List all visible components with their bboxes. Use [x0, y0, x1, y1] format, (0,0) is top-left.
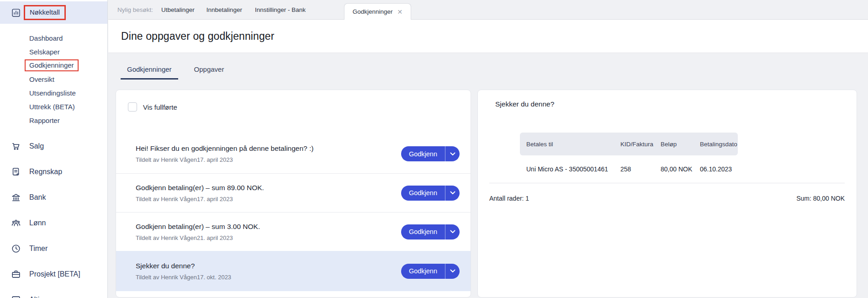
- content-panels: Vis fullførte Hei! Fikser du en godkjenn…: [116, 90, 857, 298]
- approval-subtitle: Tildelt av Henrik Vågen17. april 2023: [136, 196, 392, 202]
- chevron-down-icon: [450, 230, 455, 234]
- table-footer: Antall rader: 1 Sum: 80,00 NOK: [489, 183, 845, 202]
- recent-tab-godkjenninger-active[interactable]: Godkjenninger ✕: [344, 3, 411, 20]
- col-header-betalingsdato: Betalingsdato: [700, 141, 737, 148]
- cell-betales-til: Uni Micro AS - 35005001461: [526, 165, 620, 173]
- table-header-row: Betales til KID/Faktura Beløp Betalingsd…: [520, 133, 738, 155]
- main-area: Nylig besøkt: Utbetalinger Innbetalinger…: [108, 0, 868, 298]
- show-completed-checkbox[interactable]: [128, 102, 137, 112]
- approval-subtitle: Tildelt av Henrik Vågen17. april 2023: [136, 156, 392, 163]
- approval-item-selected[interactable]: Sjekker du denne? Tildelt av Henrik Våge…: [116, 251, 471, 291]
- cell-kid-faktura: 258: [620, 165, 661, 173]
- approval-subtitle: Tildelt av Henrik Vågen21. april 2023: [136, 234, 392, 241]
- approve-split-button: Godkjenn: [401, 186, 460, 201]
- approve-options-button[interactable]: [445, 224, 460, 239]
- red-highlight-frame: Godkjenninger: [25, 59, 79, 71]
- sidebar-item-bank[interactable]: Bank: [0, 185, 107, 210]
- row-count: Antall rader: 1: [489, 195, 529, 202]
- approve-button[interactable]: Godkjenn: [401, 264, 445, 279]
- chevron-down-icon: [450, 152, 455, 156]
- sidebar-item-dashboard[interactable]: Dashboard: [29, 31, 107, 45]
- sidebar: Nøkkeltall Dashboard Selskaper Godkjenni…: [0, 0, 108, 298]
- sidebar-item-uttrekk-beta[interactable]: Uttrekk (BETA): [29, 100, 107, 113]
- cart-icon: [11, 141, 21, 151]
- approvals-card: Vis fullførte Hei! Fikser du en godkjenn…: [116, 90, 471, 298]
- bar-chart-icon: [11, 8, 21, 17]
- approve-button[interactable]: Godkjenn: [401, 224, 445, 239]
- approve-split-button: Godkjenn: [401, 146, 460, 161]
- cell-belop: 80,00 NOK: [661, 165, 700, 173]
- recent-tab-innbetalinger[interactable]: Innbetalinger: [206, 6, 242, 13]
- view-tabs: Godkjenninger Oppgaver: [108, 53, 868, 80]
- sidebar-item-oversikt[interactable]: Oversikt: [29, 72, 107, 86]
- people-icon: [11, 218, 21, 228]
- tab-oppgaver[interactable]: Oppgaver: [188, 63, 231, 80]
- approval-title: Godkjenn betaling(er) – sum 89.00 NOK.: [136, 184, 392, 192]
- window-icon: [11, 295, 21, 298]
- col-header-kid-faktura: KID/Faktura: [620, 141, 661, 148]
- sidebar-item-prosjekt-beta[interactable]: Prosjekt [BETA]: [0, 261, 107, 287]
- chevron-down-icon: [450, 191, 455, 195]
- sidebar-item-selskaper[interactable]: Selskaper: [29, 45, 107, 59]
- page-title: Dine oppgaver og godkjenninger: [121, 30, 274, 43]
- col-header-belop: Beløp: [661, 141, 700, 148]
- show-completed-row: Vis fullførte: [128, 102, 471, 112]
- approval-subtitle: Tildelt av Henrik Vågen17. okt. 2023: [136, 274, 392, 281]
- approval-detail-card: Sjekker du denne? Betales til KID/Faktur…: [477, 90, 857, 298]
- approve-options-button[interactable]: [445, 146, 460, 161]
- recent-tab-utbetalinger[interactable]: Utbetalinger: [161, 6, 195, 13]
- approve-split-button: Godkjenn: [401, 264, 460, 279]
- briefcase-icon: [11, 269, 21, 279]
- ledger-icon: [11, 167, 21, 177]
- page-header: Dine oppgaver og godkjenninger: [108, 20, 868, 53]
- payment-table: Betales til KID/Faktura Beløp Betalingsd…: [520, 133, 738, 183]
- detail-title: Sjekker du denne?: [495, 100, 857, 108]
- approve-options-button[interactable]: [445, 186, 460, 201]
- sidebar-item-altinn[interactable]: Altinn: [0, 287, 107, 298]
- sum-total: Sum: 80,00 NOK: [796, 195, 845, 202]
- red-highlight-frame: Nøkkeltall: [24, 5, 66, 20]
- sidebar-item-regnskap[interactable]: Regnskap: [0, 159, 107, 185]
- close-icon[interactable]: ✕: [397, 9, 403, 15]
- col-header-betales-til: Betales til: [526, 141, 620, 148]
- sidebar-header-nokkeltall[interactable]: Nøkkeltall: [0, 1, 107, 24]
- sidebar-main-menu: Salg Regnskap Bank Lønn Timer: [0, 133, 107, 298]
- approve-options-button[interactable]: [445, 264, 460, 279]
- cell-betalingsdato: 06.10.2023: [700, 165, 732, 173]
- sidebar-header-label: Nøkkeltall: [30, 8, 60, 16]
- sidebar-item-rapporter[interactable]: Rapporter: [29, 113, 107, 127]
- sidebar-item-utsendingsliste[interactable]: Utsendingsliste: [29, 86, 107, 100]
- recently-visited-label: Nylig besøkt:: [117, 6, 153, 13]
- approve-button[interactable]: Godkjenn: [401, 186, 445, 201]
- approve-button[interactable]: Godkjenn: [401, 146, 445, 161]
- bank-icon: [11, 192, 21, 202]
- approval-title: Godkjenn betaling(er) – sum 3.00 NOK.: [136, 223, 392, 231]
- approval-item[interactable]: Hei! Fikser du en godkjenningen på denne…: [116, 134, 471, 173]
- recently-visited-bar: Nylig besøkt: Utbetalinger Innbetalinger…: [108, 0, 868, 20]
- tab-godkjenninger[interactable]: Godkjenninger: [121, 63, 178, 80]
- approval-title: Hei! Fikser du en godkjenningen på denne…: [136, 144, 392, 153]
- approval-title: Sjekker du denne?: [136, 262, 392, 270]
- sidebar-item-godkjenninger[interactable]: Godkjenninger: [29, 59, 107, 72]
- sidebar-sub-menu: Dashboard Selskaper Godkjenninger Oversi…: [0, 24, 107, 127]
- clock-icon: [11, 244, 21, 254]
- sidebar-item-timer[interactable]: Timer: [0, 236, 107, 261]
- approve-split-button: Godkjenn: [401, 224, 460, 239]
- recent-tab-innstillinger-bank[interactable]: Innstillinger - Bank: [255, 6, 306, 13]
- show-completed-label: Vis fullførte: [143, 103, 177, 111]
- approval-item[interactable]: Godkjenn betaling(er) – sum 3.00 NOK. Ti…: [116, 212, 471, 251]
- approval-item[interactable]: Godkjenn betaling(er) – sum 89.00 NOK. T…: [116, 173, 471, 212]
- sidebar-item-salg[interactable]: Salg: [0, 133, 107, 159]
- table-row[interactable]: Uni Micro AS - 35005001461 258 80,00 NOK…: [520, 155, 738, 183]
- chevron-down-icon: [450, 269, 455, 273]
- approval-list: Hei! Fikser du en godkjenningen på denne…: [116, 134, 471, 291]
- sidebar-item-lonn[interactable]: Lønn: [0, 210, 107, 236]
